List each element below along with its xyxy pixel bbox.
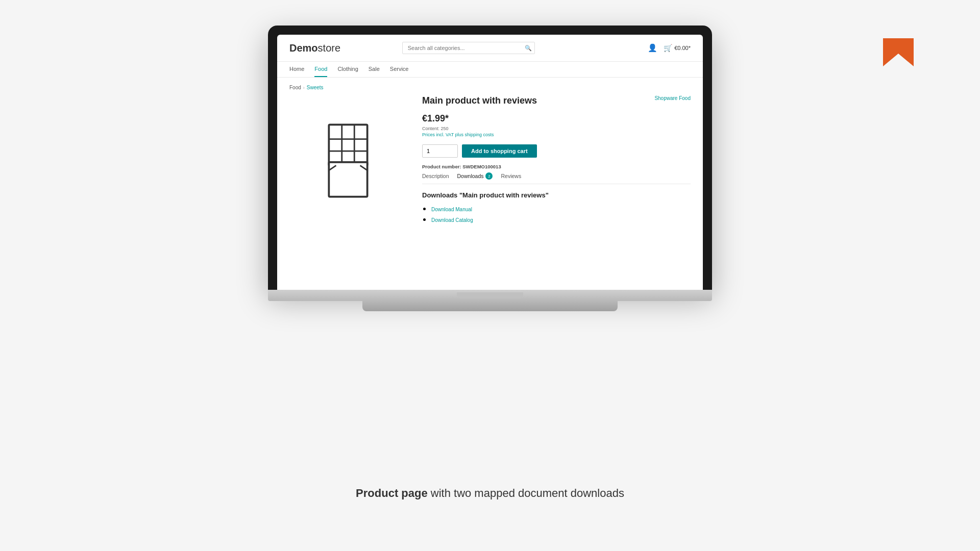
laptop-screen: Demostore 🔍 👤 🛒 €0.00* Home Food <box>277 35 703 290</box>
nav-item-service[interactable]: Service <box>390 62 409 77</box>
breadcrumb: Food › Sweets <box>289 85 691 90</box>
laptop-stand <box>362 301 618 311</box>
svg-rect-1 <box>329 124 367 165</box>
header-actions: 👤 🛒 €0.00* <box>648 43 691 53</box>
nav-item-home[interactable]: Home <box>289 62 304 77</box>
product-image <box>317 120 379 202</box>
breadcrumb-sweets: Sweets <box>307 85 324 90</box>
product-title: Main product with reviews <box>422 95 537 106</box>
logo-bold: Demo <box>289 42 318 54</box>
product-layout: Main product with reviews Shopware Food … <box>289 95 691 226</box>
breadcrumb-separator: › <box>303 85 305 90</box>
caption-regular: with two mapped document downloads <box>428 487 624 499</box>
add-to-cart-row: Add to shopping cart <box>422 144 691 158</box>
tab-description[interactable]: Description <box>422 169 449 184</box>
page-caption: Product page with two mapped document do… <box>356 487 624 500</box>
product-vat-info: Prices incl. VAT plus shipping costs <box>422 132 691 137</box>
shopware-food-link[interactable]: Shopware Food <box>654 95 691 101</box>
product-image-area <box>289 95 407 226</box>
downloads-list: Download Manual Download Catalog <box>422 204 691 224</box>
cart-amount: €0.00* <box>674 45 691 51</box>
laptop-container: Demostore 🔍 👤 🛒 €0.00* Home Food <box>268 26 712 311</box>
search-input[interactable] <box>402 42 535 54</box>
m-logo-icon <box>883 38 914 68</box>
list-item: Download Manual <box>431 204 691 213</box>
logo-light: store <box>318 42 340 54</box>
store-header: Demostore 🔍 👤 🛒 €0.00* <box>277 35 703 62</box>
product-number-label: Product number: <box>422 164 461 169</box>
downloads-title: Downloads "Main product with reviews" <box>422 191 691 199</box>
product-tabs: Description Downloads 2 Reviews <box>422 169 691 184</box>
product-content-info: Content: 250 <box>422 126 691 131</box>
store-content: Food › Sweets <box>277 78 703 233</box>
store-logo: Demostore <box>289 42 340 54</box>
tab-downloads[interactable]: Downloads 2 <box>457 169 493 184</box>
breadcrumb-food[interactable]: Food <box>289 85 301 90</box>
product-info: Main product with reviews Shopware Food … <box>422 95 691 226</box>
cart-icon: 🛒 <box>664 44 672 52</box>
caption-bold: Product page <box>356 487 428 499</box>
product-title-row: Main product with reviews Shopware Food <box>422 95 691 106</box>
product-price: €1.99* <box>422 113 691 124</box>
tab-downloads-badge: 2 <box>485 172 493 180</box>
downloads-section: Downloads "Main product with reviews" Do… <box>422 191 691 224</box>
download-catalog-link[interactable]: Download Catalog <box>431 217 473 223</box>
product-number: Product number: SWDEMO100013 <box>422 164 691 169</box>
quantity-input[interactable] <box>422 144 458 158</box>
cart-button[interactable]: 🛒 €0.00* <box>664 44 691 52</box>
nav-item-clothing[interactable]: Clothing <box>337 62 358 77</box>
download-manual-link[interactable]: Download Manual <box>431 207 472 212</box>
laptop-bezel: Demostore 🔍 👤 🛒 €0.00* Home Food <box>268 26 712 290</box>
laptop-notch <box>457 292 523 298</box>
svg-marker-0 <box>883 38 914 66</box>
tab-reviews[interactable]: Reviews <box>501 169 521 184</box>
nav-item-food[interactable]: Food <box>314 62 327 77</box>
store-nav: Home Food Clothing Sale Service <box>277 62 703 78</box>
user-icon[interactable]: 👤 <box>648 43 657 53</box>
list-item: Download Catalog <box>431 215 691 224</box>
product-number-value: SWDEMO100013 <box>462 164 501 169</box>
search-bar: 🔍 <box>402 42 535 54</box>
laptop-base <box>268 290 712 301</box>
add-to-cart-button[interactable]: Add to shopping cart <box>462 144 537 158</box>
search-button[interactable]: 🔍 <box>525 45 532 52</box>
nav-item-sale[interactable]: Sale <box>369 62 380 77</box>
